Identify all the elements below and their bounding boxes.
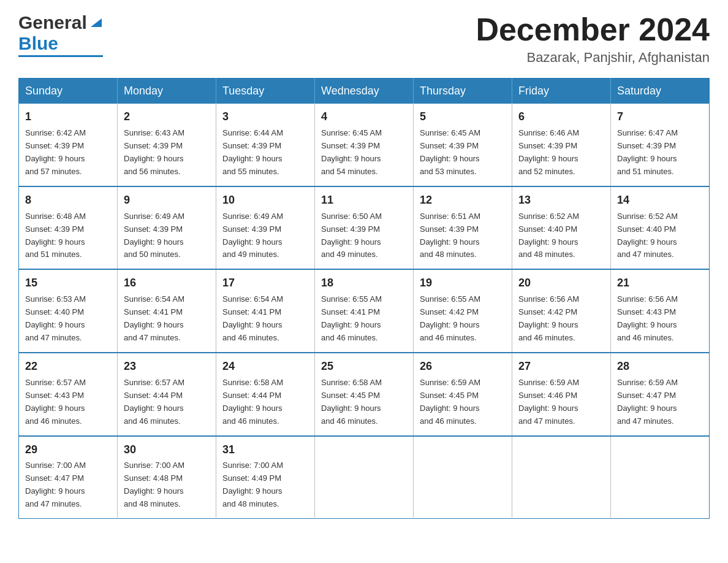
day-number: 21: [617, 275, 703, 292]
page-header: General Blue December 2024 Bazarak, Panj…: [18, 12, 710, 66]
logo: General Blue: [18, 12, 103, 57]
month-title: December 2024: [476, 12, 710, 47]
day-info: Sunrise: 6:53 AMSunset: 4:40 PMDaylight:…: [25, 294, 86, 342]
calendar-table: SundayMondayTuesdayWednesdayThursdayFrid…: [18, 78, 710, 519]
calendar-day-cell: 23Sunrise: 6:57 AMSunset: 4:44 PMDayligh…: [118, 353, 216, 436]
calendar-day-cell: 11Sunrise: 6:50 AMSunset: 4:39 PMDayligh…: [315, 186, 414, 270]
day-info: Sunrise: 6:49 AMSunset: 4:39 PMDaylight:…: [124, 212, 184, 259]
day-info: Sunrise: 7:00 AMSunset: 4:47 PMDaylight:…: [25, 461, 86, 508]
calendar-day-cell: [611, 436, 710, 519]
day-info: Sunrise: 6:44 AMSunset: 4:39 PMDaylight:…: [222, 128, 283, 176]
day-info: Sunrise: 6:42 AMSunset: 4:39 PMDaylight:…: [25, 128, 86, 176]
calendar-day-cell: 18Sunrise: 6:55 AMSunset: 4:41 PMDayligh…: [315, 269, 414, 353]
day-number: 9: [124, 192, 210, 209]
day-number: 26: [420, 358, 506, 375]
calendar-day-cell: [315, 436, 414, 519]
day-info: Sunrise: 6:59 AMSunset: 4:47 PMDaylight:…: [617, 378, 678, 426]
calendar-day-cell: 13Sunrise: 6:52 AMSunset: 4:40 PMDayligh…: [512, 186, 611, 270]
calendar-day-cell: 5Sunrise: 6:45 AMSunset: 4:39 PMDaylight…: [414, 104, 512, 186]
day-info: Sunrise: 6:58 AMSunset: 4:44 PMDaylight:…: [222, 378, 283, 426]
calendar-day-cell: 17Sunrise: 6:54 AMSunset: 4:41 PMDayligh…: [216, 269, 315, 353]
day-number: 14: [617, 192, 703, 209]
day-number: 18: [321, 275, 407, 292]
day-info: Sunrise: 6:45 AMSunset: 4:39 PMDaylight:…: [420, 128, 480, 176]
calendar-week-row: 15Sunrise: 6:53 AMSunset: 4:40 PMDayligh…: [19, 269, 710, 353]
day-info: Sunrise: 6:58 AMSunset: 4:45 PMDaylight:…: [321, 378, 382, 426]
day-number: 5: [420, 109, 506, 126]
day-number: 11: [321, 192, 407, 209]
day-number: 25: [321, 358, 407, 375]
day-info: Sunrise: 6:54 AMSunset: 4:41 PMDaylight:…: [124, 294, 184, 342]
day-number: 2: [124, 109, 210, 126]
day-number: 13: [518, 192, 604, 209]
day-info: Sunrise: 6:56 AMSunset: 4:43 PMDaylight:…: [617, 294, 678, 342]
day-info: Sunrise: 6:52 AMSunset: 4:40 PMDaylight:…: [518, 212, 579, 259]
day-number: 3: [222, 109, 308, 126]
day-number: 28: [617, 358, 703, 375]
logo-blue-text: Blue: [18, 33, 58, 54]
day-info: Sunrise: 6:55 AMSunset: 4:41 PMDaylight:…: [321, 294, 382, 342]
calendar-day-cell: 26Sunrise: 6:59 AMSunset: 4:45 PMDayligh…: [414, 353, 512, 436]
day-info: Sunrise: 6:56 AMSunset: 4:42 PMDaylight:…: [518, 294, 579, 342]
day-info: Sunrise: 6:47 AMSunset: 4:39 PMDaylight:…: [617, 128, 678, 176]
day-number: 29: [25, 442, 111, 459]
calendar-week-row: 1Sunrise: 6:42 AMSunset: 4:39 PMDaylight…: [19, 104, 710, 186]
day-number: 19: [420, 275, 506, 292]
day-info: Sunrise: 6:50 AMSunset: 4:39 PMDaylight:…: [321, 212, 382, 259]
calendar-day-cell: 22Sunrise: 6:57 AMSunset: 4:43 PMDayligh…: [19, 353, 118, 436]
weekday-header-wednesday: Wednesday: [315, 79, 414, 104]
day-info: Sunrise: 6:57 AMSunset: 4:43 PMDaylight:…: [25, 378, 86, 426]
day-number: 6: [518, 109, 604, 126]
calendar-day-cell: 3Sunrise: 6:44 AMSunset: 4:39 PMDaylight…: [216, 104, 315, 186]
calendar-day-cell: 31Sunrise: 7:00 AMSunset: 4:49 PMDayligh…: [216, 436, 315, 519]
logo-underline: [18, 55, 103, 57]
calendar-day-cell: 15Sunrise: 6:53 AMSunset: 4:40 PMDayligh…: [19, 269, 118, 353]
weekday-header-sunday: Sunday: [19, 79, 118, 104]
day-number: 1: [25, 109, 111, 126]
day-number: 22: [25, 358, 111, 375]
day-info: Sunrise: 6:55 AMSunset: 4:42 PMDaylight:…: [420, 294, 480, 342]
calendar-day-cell: 9Sunrise: 6:49 AMSunset: 4:39 PMDaylight…: [118, 186, 216, 270]
day-number: 12: [420, 192, 506, 209]
day-info: Sunrise: 7:00 AMSunset: 4:49 PMDaylight:…: [222, 461, 283, 508]
calendar-day-cell: 12Sunrise: 6:51 AMSunset: 4:39 PMDayligh…: [414, 186, 512, 270]
day-number: 31: [222, 442, 308, 459]
day-info: Sunrise: 6:49 AMSunset: 4:39 PMDaylight:…: [222, 212, 283, 259]
day-number: 4: [321, 109, 407, 126]
title-section: December 2024 Bazarak, Panjshir, Afghani…: [476, 12, 710, 66]
calendar-day-cell: 20Sunrise: 6:56 AMSunset: 4:42 PMDayligh…: [512, 269, 611, 353]
calendar-day-cell: 10Sunrise: 6:49 AMSunset: 4:39 PMDayligh…: [216, 186, 315, 270]
day-number: 20: [518, 275, 604, 292]
day-info: Sunrise: 6:59 AMSunset: 4:46 PMDaylight:…: [518, 378, 579, 426]
calendar-week-row: 22Sunrise: 6:57 AMSunset: 4:43 PMDayligh…: [19, 353, 710, 436]
day-info: Sunrise: 6:57 AMSunset: 4:44 PMDaylight:…: [124, 378, 184, 426]
day-info: Sunrise: 6:52 AMSunset: 4:40 PMDaylight:…: [617, 212, 678, 259]
day-info: Sunrise: 7:00 AMSunset: 4:48 PMDaylight:…: [124, 461, 184, 508]
calendar-day-cell: 30Sunrise: 7:00 AMSunset: 4:48 PMDayligh…: [118, 436, 216, 519]
calendar-day-cell: 14Sunrise: 6:52 AMSunset: 4:40 PMDayligh…: [611, 186, 710, 270]
calendar-day-cell: 6Sunrise: 6:46 AMSunset: 4:39 PMDaylight…: [512, 104, 611, 186]
calendar-day-cell: 2Sunrise: 6:43 AMSunset: 4:39 PMDaylight…: [118, 104, 216, 186]
day-number: 16: [124, 275, 210, 292]
calendar-day-cell: 1Sunrise: 6:42 AMSunset: 4:39 PMDaylight…: [19, 104, 118, 186]
logo-general-text: General: [18, 12, 87, 33]
day-number: 17: [222, 275, 308, 292]
weekday-header-monday: Monday: [118, 79, 216, 104]
calendar-day-cell: 19Sunrise: 6:55 AMSunset: 4:42 PMDayligh…: [414, 269, 512, 353]
calendar-day-cell: [512, 436, 611, 519]
day-number: 7: [617, 109, 703, 126]
calendar-day-cell: 4Sunrise: 6:45 AMSunset: 4:39 PMDaylight…: [315, 104, 414, 186]
svg-marker-0: [91, 18, 102, 27]
day-number: 23: [124, 358, 210, 375]
day-number: 8: [25, 192, 111, 209]
weekday-header-thursday: Thursday: [414, 79, 512, 104]
calendar-day-cell: 16Sunrise: 6:54 AMSunset: 4:41 PMDayligh…: [118, 269, 216, 353]
calendar-day-cell: 25Sunrise: 6:58 AMSunset: 4:45 PMDayligh…: [315, 353, 414, 436]
day-number: 24: [222, 358, 308, 375]
day-info: Sunrise: 6:46 AMSunset: 4:39 PMDaylight:…: [518, 128, 579, 176]
weekday-header-tuesday: Tuesday: [216, 79, 315, 104]
calendar-day-cell: 27Sunrise: 6:59 AMSunset: 4:46 PMDayligh…: [512, 353, 611, 436]
calendar-week-row: 8Sunrise: 6:48 AMSunset: 4:39 PMDaylight…: [19, 186, 710, 270]
day-info: Sunrise: 6:43 AMSunset: 4:39 PMDaylight:…: [124, 128, 184, 176]
logo-triangle-icon: [89, 17, 103, 31]
